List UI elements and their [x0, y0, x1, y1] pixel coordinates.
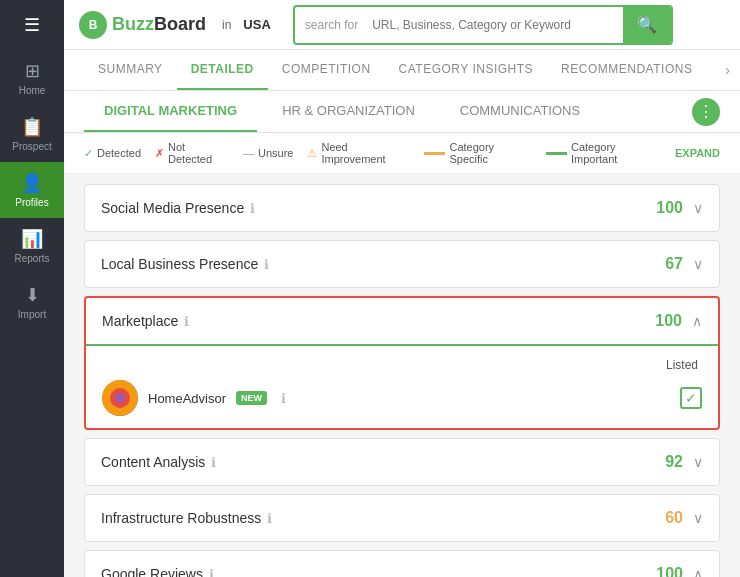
listed-checkbox: ✓ [680, 387, 702, 409]
section-google-reviews-header[interactable]: Google Reviews ℹ 100 ∧ [85, 551, 719, 577]
legend-category-important: Category Important [546, 141, 661, 165]
topbar: B BuzzBoard in USA search for 🔍 [64, 0, 740, 50]
tab-category-insights[interactable]: CATEGORY INSIGHTS [385, 50, 548, 90]
tab-recommendations[interactable]: RECOMMENDATIONS [547, 50, 706, 90]
section-social-media: Social Media Presence ℹ 100 ∨ [84, 184, 720, 232]
chevron-up-icon: ∧ [692, 313, 702, 329]
legend-detected: ✓ Detected [84, 147, 141, 160]
sidebar-item-profiles[interactable]: 👤 Profiles [0, 162, 64, 218]
legend-not-detected: ✗ Not Detected [155, 141, 229, 165]
section-local-business: Local Business Presence ℹ 67 ∨ [84, 240, 720, 288]
country-label: USA [243, 17, 270, 32]
sidebar: ☰ ⊞ Home 📋 Prospect 👤 Profiles 📊 Reports… [0, 0, 64, 577]
tab-competition[interactable]: COMPETITION [268, 50, 385, 90]
tab-detailed[interactable]: DETAILED [177, 50, 268, 90]
tab-summary[interactable]: SUMMARY [84, 50, 177, 90]
hamburger-icon: ☰ [24, 14, 40, 36]
section-content-analysis-header[interactable]: Content Analysis ℹ 92 ∨ [85, 439, 719, 485]
chevron-down-icon: ∨ [693, 454, 703, 470]
marketplace-body: Listed HomeAdvisor NEW ℹ ✓ [86, 346, 718, 428]
section-infrastructure-score: 60 [665, 509, 683, 527]
in-label: in [222, 18, 231, 32]
section-infrastructure-title: Infrastructure Robustness ℹ [101, 510, 665, 526]
chevron-down-icon: ∨ [693, 510, 703, 526]
sidebar-item-label: Prospect [12, 141, 51, 152]
section-content-analysis-title: Content Analysis ℹ [101, 454, 665, 470]
reports-icon: 📊 [21, 228, 43, 250]
legend-bar: ✓ Detected ✗ Not Detected — Unsure ⚠ Nee… [64, 133, 740, 174]
section-local-business-score: 67 [665, 255, 683, 273]
prospect-icon: 📋 [21, 116, 43, 138]
search-button[interactable]: 🔍 [623, 7, 671, 43]
sidebar-item-prospect[interactable]: 📋 Prospect [0, 106, 64, 162]
chevron-up-icon: ∧ [693, 566, 703, 577]
profiles-icon: 👤 [21, 172, 43, 194]
listed-header: Listed [102, 358, 702, 372]
section-infrastructure-header[interactable]: Infrastructure Robustness ℹ 60 ∨ [85, 495, 719, 541]
expand-button[interactable]: EXPAND [675, 147, 720, 159]
section-google-reviews: Google Reviews ℹ 100 ∧ [84, 550, 720, 577]
homeadvisor-logo [102, 380, 138, 416]
sections-list: Social Media Presence ℹ 100 ∨ Local Busi… [64, 174, 740, 577]
search-area: search for 🔍 [293, 5, 673, 45]
home-icon: ⊞ [25, 60, 40, 82]
chevron-down-icon: ∨ [693, 256, 703, 272]
main-content: B BuzzBoard in USA search for 🔍 SUMMARY … [64, 0, 740, 577]
section-marketplace-header[interactable]: Marketplace ℹ 100 ∧ [86, 298, 718, 346]
info-icon: ℹ [281, 391, 286, 406]
info-icon: ℹ [211, 455, 216, 470]
section-content-analysis-score: 92 [665, 453, 683, 471]
nav-tabs: SUMMARY DETAILED COMPETITION CATEGORY IN… [64, 50, 740, 91]
logo-text: BuzzBoard [112, 14, 206, 35]
legend-need-improvement: ⚠ Need Improvement [307, 141, 410, 165]
search-for-label: search for [295, 12, 368, 38]
svg-point-2 [115, 393, 125, 403]
info-icon: ℹ [184, 314, 189, 329]
info-icon: ℹ [209, 567, 214, 578]
sub-tab-menu-button[interactable]: ⋮ [692, 98, 720, 126]
sidebar-item-label: Import [18, 309, 46, 320]
section-social-media-score: 100 [656, 199, 683, 217]
sidebar-item-import[interactable]: ⬇ Import [0, 274, 64, 330]
sidebar-item-home[interactable]: ⊞ Home [0, 50, 64, 106]
sidebar-item-reports[interactable]: 📊 Reports [0, 218, 64, 274]
section-social-media-title: Social Media Presence ℹ [101, 200, 656, 216]
new-badge: NEW [236, 391, 267, 405]
sidebar-item-label: Home [19, 85, 46, 96]
marketplace-item: HomeAdvisor NEW ℹ ✓ [102, 380, 702, 416]
hamburger-button[interactable]: ☰ [0, 0, 64, 50]
info-icon: ℹ [264, 257, 269, 272]
section-social-media-header[interactable]: Social Media Presence ℹ 100 ∨ [85, 185, 719, 231]
info-icon: ℹ [267, 511, 272, 526]
subtab-communications[interactable]: COMMUNICATIONS [440, 91, 600, 132]
brand-name: HomeAdvisor [148, 391, 226, 406]
legend-unsure: — Unsure [243, 147, 293, 159]
category-specific-line [424, 152, 445, 155]
subtab-hr-organization[interactable]: HR & ORGANIZATION [262, 91, 435, 132]
section-local-business-title: Local Business Presence ℹ [101, 256, 665, 272]
subtab-digital-marketing[interactable]: DIGITAL MARKETING [84, 91, 257, 132]
nav-arrow-icon[interactable]: › [725, 62, 730, 78]
sidebar-item-label: Profiles [15, 197, 48, 208]
section-content-analysis: Content Analysis ℹ 92 ∨ [84, 438, 720, 486]
import-icon: ⬇ [25, 284, 40, 306]
info-icon: ℹ [250, 201, 255, 216]
section-google-reviews-title: Google Reviews ℹ [101, 566, 656, 577]
legend-category-specific: Category Specific [424, 141, 531, 165]
sidebar-item-label: Reports [14, 253, 49, 264]
section-marketplace: Marketplace ℹ 100 ∧ Listed [84, 296, 720, 430]
logo-icon: B [79, 11, 107, 39]
section-local-business-header[interactable]: Local Business Presence ℹ 67 ∨ [85, 241, 719, 287]
content-area: DIGITAL MARKETING HR & ORGANIZATION COMM… [64, 91, 740, 577]
section-google-reviews-score: 100 [656, 565, 683, 577]
section-infrastructure: Infrastructure Robustness ℹ 60 ∨ [84, 494, 720, 542]
section-marketplace-title: Marketplace ℹ [102, 313, 655, 329]
sub-tabs: DIGITAL MARKETING HR & ORGANIZATION COMM… [64, 91, 740, 133]
section-marketplace-score: 100 [655, 312, 682, 330]
chevron-down-icon: ∨ [693, 200, 703, 216]
logo: B BuzzBoard [79, 11, 206, 39]
search-input[interactable] [368, 12, 623, 38]
category-important-line [546, 152, 567, 155]
